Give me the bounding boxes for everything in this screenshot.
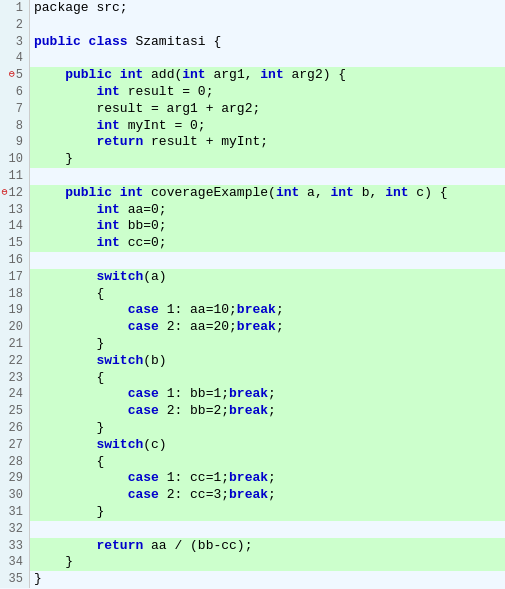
code-token (34, 319, 128, 334)
code-token (34, 235, 96, 250)
code-token: int (276, 185, 299, 200)
line-number: 30 (0, 487, 30, 504)
breakpoint-arrow-icon: ⊖ (2, 185, 8, 202)
code-token: (a) (143, 269, 166, 284)
code-line: 23 { (0, 370, 505, 387)
line-content: return result + myInt; (30, 134, 505, 151)
code-token (34, 386, 128, 401)
code-token: 2: bb=2; (159, 403, 229, 418)
line-content: } (30, 336, 505, 353)
code-token: int (96, 202, 119, 217)
code-token: c) { (409, 185, 448, 200)
line-number: 26 (0, 420, 30, 437)
line-content: case 2: cc=3;break; (30, 487, 505, 504)
code-line: 24 case 1: bb=1;break; (0, 386, 505, 403)
code-token: } (34, 554, 73, 569)
code-token: aa / (bb-cc); (143, 538, 252, 553)
code-token: myInt = 0; (120, 118, 206, 133)
code-token: switch (96, 269, 143, 284)
code-line: 11 (0, 168, 505, 185)
code-token: arg2) { (284, 67, 346, 82)
line-content: case 2: aa=20;break; (30, 319, 505, 336)
line-number: 2 (0, 17, 30, 34)
code-line: 9 return result + myInt; (0, 134, 505, 151)
code-token: arg1, (206, 67, 261, 82)
line-number: 17 (0, 269, 30, 286)
code-token: ; (276, 319, 284, 334)
code-token (34, 202, 96, 217)
code-token (34, 118, 96, 133)
line-number: 29 (0, 470, 30, 487)
line-number: 13 (0, 202, 30, 219)
line-content: { (30, 286, 505, 303)
code-token: return (96, 538, 143, 553)
code-line: 31 } (0, 504, 505, 521)
code-token: ; (268, 386, 276, 401)
line-content: } (30, 504, 505, 521)
line-content: int aa=0; (30, 202, 505, 219)
code-token: int (120, 185, 143, 200)
code-line: 32 (0, 521, 505, 538)
code-token (34, 538, 96, 553)
code-token (112, 185, 120, 200)
code-token: break (229, 386, 268, 401)
code-token: public (65, 185, 112, 200)
code-token: } (34, 571, 42, 586)
code-token (34, 269, 96, 284)
line-number: 3 (0, 34, 30, 51)
line-number: 11 (0, 168, 30, 185)
line-number: 4 (0, 50, 30, 67)
code-line: 1package src; (0, 0, 505, 17)
code-token: bb=0; (120, 218, 167, 233)
code-token: 1: aa=10; (159, 302, 237, 317)
code-line: 28 { (0, 454, 505, 471)
line-content: int cc=0; (30, 235, 505, 252)
code-token: public class (34, 34, 128, 49)
line-number: 22 (0, 353, 30, 370)
line-number: 19 (0, 302, 30, 319)
line-content: switch(c) (30, 437, 505, 454)
code-token: case (128, 470, 159, 485)
code-token: case (128, 403, 159, 418)
code-line: 27 switch(c) (0, 437, 505, 454)
code-line: 17 switch(a) (0, 269, 505, 286)
code-token (34, 134, 96, 149)
code-token: aa=0; (120, 202, 167, 217)
code-token: { (34, 286, 104, 301)
code-line: 6 int result = 0; (0, 84, 505, 101)
code-token: add( (143, 67, 182, 82)
code-line: 7 result = arg1 + arg2; (0, 101, 505, 118)
line-number: 33 (0, 538, 30, 555)
code-line: 20 case 2: aa=20;break; (0, 319, 505, 336)
line-content: result = arg1 + arg2; (30, 101, 505, 118)
line-content: package src; (30, 0, 505, 17)
code-token: { (34, 454, 104, 469)
line-content: switch(b) (30, 353, 505, 370)
line-number: 15 (0, 235, 30, 252)
line-content: { (30, 454, 505, 471)
code-token: int (260, 67, 283, 82)
code-token: break (237, 302, 276, 317)
code-token: int (120, 67, 143, 82)
code-token: case (128, 487, 159, 502)
code-token (34, 302, 128, 317)
code-line: ⊖5 public int add(int arg1, int arg2) { (0, 67, 505, 84)
code-token: result + myInt; (143, 134, 268, 149)
line-number: 14 (0, 218, 30, 235)
code-token: } (34, 504, 104, 519)
code-token: } (34, 336, 104, 351)
code-token: { (34, 370, 104, 385)
line-number: 6 (0, 84, 30, 101)
line-number: 1 (0, 0, 30, 17)
line-number: 35 (0, 571, 30, 588)
line-content (30, 50, 505, 67)
code-token: 1: bb=1; (159, 386, 229, 401)
code-token: case (128, 319, 159, 334)
code-token: int (385, 185, 408, 200)
code-line: 2 (0, 17, 505, 34)
code-token: break (229, 470, 268, 485)
code-token: switch (96, 437, 143, 452)
code-token: } (34, 420, 104, 435)
line-content (30, 168, 505, 185)
code-token: (b) (143, 353, 166, 368)
